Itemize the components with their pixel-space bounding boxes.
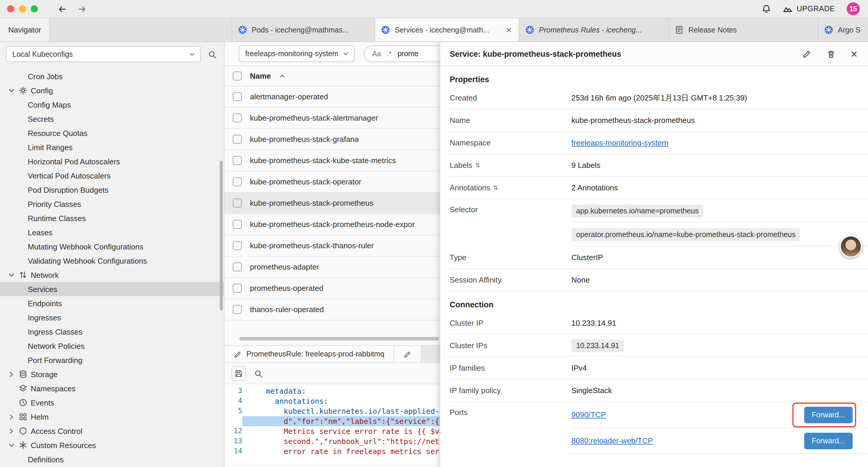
sidebar-item-cron-jobs[interactable]: Cron Jobs (0, 69, 224, 83)
close-window-button[interactable] (7, 5, 14, 12)
port-link-9090[interactable]: 9090/TCP (571, 410, 606, 419)
sidebar-group-custom-resources[interactable]: Custom Resources (0, 438, 224, 452)
sidebar-item-runtime-classes[interactable]: Runtime Classes (0, 211, 224, 225)
port-row: 8080:reloader-web/TCP Forward... (571, 428, 868, 454)
forward-arrow-icon[interactable] (78, 4, 86, 13)
sidebar-item-endpoints[interactable]: Endpoints (0, 296, 224, 310)
sidebar-item-pod-disruption-budgets[interactable]: Pod Disruption Budgets (0, 183, 224, 197)
sidebar-search-icon[interactable] (208, 49, 217, 59)
expand-updown-icon[interactable]: ⇅ (475, 162, 480, 169)
row-checkbox[interactable] (233, 220, 242, 229)
sidebar-item-secrets[interactable]: Secrets (0, 112, 224, 126)
row-checkbox[interactable] (233, 284, 242, 293)
forward-button[interactable]: Forward... (804, 432, 852, 449)
detail-row-cluster-ips: Cluster IPs 10.233.14.91 (450, 334, 868, 357)
sidebar-item-leases[interactable]: Leases (0, 225, 224, 239)
row-checkbox[interactable] (233, 135, 242, 144)
save-icon[interactable] (231, 366, 246, 380)
name-column-header[interactable]: Name (250, 71, 271, 80)
sidebar-group-network[interactable]: Network (0, 268, 224, 282)
sidebar-item-config-maps[interactable]: Config Maps (0, 97, 224, 112)
close-tab-icon[interactable]: × (505, 25, 513, 35)
select-all-checkbox[interactable] (233, 71, 242, 80)
match-case-toggle[interactable]: Aa (372, 50, 381, 58)
row-checkbox[interactable] (233, 177, 242, 186)
connection-heading: Connection (450, 300, 868, 309)
row-checkbox[interactable] (233, 114, 242, 122)
minimize-window-button[interactable] (19, 5, 26, 12)
user-avatar[interactable] (840, 235, 862, 258)
pencil-icon (234, 350, 242, 358)
editor-tab-partial[interactable] (395, 346, 422, 362)
sidebar-item-definitions[interactable]: Definitions (0, 452, 224, 466)
sidebar-item-ingresses[interactable]: Ingresses (0, 310, 224, 324)
sidebar-group-helm[interactable]: Helm (0, 410, 224, 424)
navigator-label: Navigator (8, 25, 41, 34)
tab-argo[interactable]: Argo S (818, 18, 868, 41)
notification-count-badge[interactable]: 15 (847, 2, 860, 16)
chevron-right-icon (8, 370, 16, 378)
row-checkbox[interactable] (233, 241, 242, 250)
tab-prometheus-rules[interactable]: Prometheus Rules - icecheng... (519, 18, 669, 41)
tab-services[interactable]: Services - icecheng@math... × (375, 18, 519, 41)
drawer-header: Service: kube-prometheus-stack-prometheu… (440, 42, 868, 66)
name-value: kube-prometheus-stack-prometheus (571, 116, 695, 125)
sidebar-item-port-forwarding[interactable]: Port Forwarding (0, 353, 224, 367)
sidebar-scrollbar[interactable] (220, 161, 223, 310)
sidebar-group-config[interactable]: Config (0, 83, 224, 97)
tab-pods[interactable]: Pods - icecheng@mathmas... (232, 18, 375, 41)
row-checkbox[interactable] (233, 305, 242, 314)
sidebar-item-validating-webhook-configurations[interactable]: Validating Webhook Configurations (0, 254, 224, 268)
row-checkbox[interactable] (233, 199, 242, 207)
document-icon (675, 25, 684, 34)
navigator-sidebar: Local Kubeconfigs Cron Jobs Config Confi… (0, 42, 224, 467)
sidebar-item-services[interactable]: Services (0, 282, 224, 296)
sidebar-item-events[interactable]: Events (0, 396, 224, 410)
type-value: ClusterIP (571, 253, 603, 262)
detail-row-namespace: Namespace freeleaps-monitoring-system (450, 132, 868, 154)
row-checkbox[interactable] (233, 262, 242, 271)
detail-row-selector: Selector app.kubernetes.io/name=promethe… (450, 199, 868, 246)
sidebar-item-resource-quotas[interactable]: Resource Quotas (0, 126, 224, 140)
sidebar-item-ingress-classes[interactable]: Ingress Classes (0, 324, 224, 339)
detail-row-ip-family-policy: IP family policy SingleStack (450, 380, 868, 402)
kubeconfig-selector[interactable]: Local Kubeconfigs (6, 46, 201, 62)
detail-row-cluster-ip: Cluster IP 10.233.14.91 (450, 312, 868, 334)
zoom-window-button[interactable] (31, 5, 38, 12)
labels-count[interactable]: 9 Labels (571, 161, 600, 170)
port-link-8080-reloader-web[interactable]: 8080:reloader-web/TCP (571, 436, 653, 445)
tab-release-notes[interactable]: Release Notes (669, 18, 818, 41)
sidebar-item-namespaces[interactable]: Namespaces (0, 381, 224, 396)
editor-tab-prometheusrule[interactable]: PrometheusRule: freeleaps-prod-rabbitmq (224, 346, 395, 362)
row-checkbox[interactable] (233, 156, 242, 165)
detail-row-session-affinity: Session Affinity None (450, 269, 868, 291)
sidebar-item-vertical-pod-autoscalers[interactable]: Vertical Pod Autoscalers (0, 169, 224, 183)
detail-row-type: Type ClusterIP (450, 246, 868, 269)
notifications-bell-icon[interactable] (762, 4, 771, 13)
delete-trash-icon[interactable] (827, 49, 836, 58)
close-icon[interactable]: × (851, 48, 857, 59)
namespace-selector[interactable]: freeleaps-monitoring-system (239, 46, 354, 62)
sort-ascending-icon[interactable] (279, 73, 286, 79)
namespace-link[interactable]: freeleaps-monitoring-system (571, 138, 668, 147)
sidebar-item-mutating-webhook-configurations[interactable]: Mutating Webhook Configurations (0, 239, 224, 254)
regex-toggle[interactable]: .* (387, 50, 392, 58)
annotations-count[interactable]: 2 Annotations (571, 183, 618, 192)
horizontal-scrollbar[interactable] (239, 337, 439, 341)
main-area: Local Kubeconfigs Cron Jobs Config Confi… (0, 42, 868, 467)
forward-button[interactable]: Forward... (804, 406, 852, 423)
sidebar-item-horizontal-pod-autoscalers[interactable]: Horizontal Pod Autoscalers (0, 154, 224, 169)
row-checkbox[interactable] (233, 92, 242, 101)
sidebar-item-priority-classes[interactable]: Priority Classes (0, 197, 224, 211)
ip-families-value: IPv4 (571, 363, 587, 372)
sidebar-item-network-policies[interactable]: Network Policies (0, 339, 224, 353)
back-arrow-icon[interactable] (58, 4, 67, 13)
expand-updown-icon[interactable]: ⇅ (493, 184, 498, 191)
edit-pencil-icon[interactable] (802, 49, 811, 58)
navigator-panel-tab[interactable]: Navigator (0, 18, 50, 41)
sidebar-item-limit-ranges[interactable]: Limit Ranges (0, 140, 224, 154)
sidebar-group-access-control[interactable]: Access Control (0, 424, 224, 438)
upgrade-button[interactable]: UPGRADE (783, 4, 835, 13)
sidebar-group-storage[interactable]: Storage (0, 367, 224, 381)
editor-search-icon[interactable] (254, 369, 263, 378)
